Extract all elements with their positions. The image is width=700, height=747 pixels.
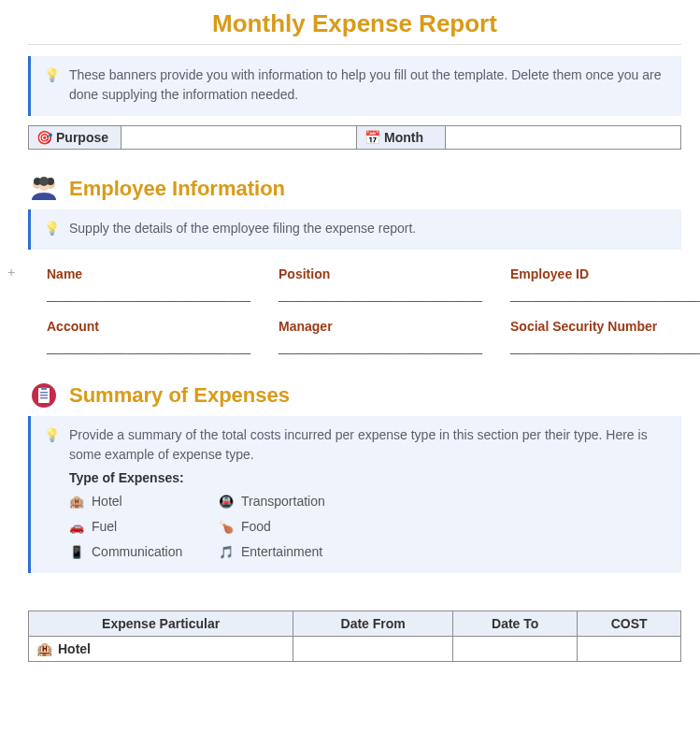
expense-type-icon: 🚗 — [69, 518, 84, 537]
expense-type-label: Fuel — [92, 517, 117, 537]
ssn-field[interactable]: Social Security Number__________________… — [510, 319, 700, 354]
field-underline[interactable]: ____________________________ — [510, 287, 700, 302]
summary-banner-text: Provide a summary of the total costs inc… — [69, 425, 668, 465]
expense-type-icon: 📱 — [69, 543, 84, 562]
info-banner-text: These banners provide you with informati… — [69, 65, 668, 105]
expense-type-item: 🚇Transportation — [219, 492, 406, 511]
field-label: Social Security Number — [510, 319, 700, 334]
expense-type-icon: 🍗 — [219, 518, 234, 537]
account-field[interactable]: Account____________________________ — [47, 319, 250, 354]
date-to-cell[interactable] — [453, 637, 578, 662]
field-underline[interactable]: ____________________________ — [279, 339, 482, 354]
field-label: Employee ID — [510, 266, 700, 281]
lightbulb-icon: 💡 — [44, 425, 60, 445]
title-divider — [28, 44, 681, 45]
calendar-icon: 📅 — [364, 130, 380, 145]
people-icon — [28, 176, 60, 202]
add-row-icon[interactable]: + — [7, 265, 15, 280]
expense-type-label: Transportation — [241, 492, 325, 511]
svg-rect-11 — [41, 387, 47, 390]
employee-id-field[interactable]: Employee ID____________________________ — [510, 266, 700, 302]
expense-type-label: Entertainment — [241, 542, 322, 562]
expense-type-item: 🍗Food — [219, 517, 406, 537]
cost-cell[interactable] — [578, 637, 681, 662]
field-label: Manager — [279, 319, 482, 334]
expense-type-icon: 🚇 — [219, 493, 234, 511]
month-input-cell[interactable] — [445, 126, 680, 150]
employee-fields-grid: Name____________________________Position… — [28, 259, 681, 364]
row-label: Hotel — [58, 641, 91, 656]
date-from-cell[interactable] — [293, 637, 453, 662]
table-header: Date From — [293, 611, 453, 637]
svg-rect-8 — [40, 392, 48, 394]
page-title: Monthly Expense Report — [28, 9, 681, 38]
table-row: 🏨Hotel — [29, 637, 681, 662]
month-label-cell: 📅Month — [357, 126, 446, 150]
expense-particular-cell[interactable]: 🏨Hotel — [29, 637, 293, 662]
svg-point-5 — [39, 177, 49, 186]
name-field[interactable]: Name____________________________ — [47, 266, 250, 302]
field-label: Name — [47, 266, 250, 281]
expense-type-icon: 🎵 — [219, 543, 234, 562]
lightbulb-icon: 💡 — [44, 219, 60, 238]
employee-heading: Employee Information — [69, 177, 285, 201]
table-header: Expense Particular — [29, 611, 293, 637]
lightbulb-icon: 💡 — [44, 65, 60, 85]
table-header: COST — [578, 611, 681, 637]
table-header: Date To — [453, 611, 578, 637]
expense-type-label: Hotel — [92, 492, 122, 511]
expense-type-item: 🎵Entertainment — [219, 542, 406, 562]
position-field[interactable]: Position____________________________ — [279, 266, 482, 302]
svg-rect-10 — [40, 397, 48, 399]
types-of-expenses-title: Type of Expenses: — [69, 468, 668, 488]
employee-section-header: Employee Information — [28, 176, 681, 202]
field-underline[interactable]: ____________________________ — [47, 339, 250, 354]
expense-type-icon: 🏨 — [69, 493, 84, 511]
row-icon: 🏨 — [36, 641, 52, 656]
expense-type-item: 🚗Fuel — [69, 517, 219, 537]
clipboard-icon — [28, 382, 60, 409]
info-banner-employee: 💡 Supply the details of the employee fil… — [28, 209, 681, 250]
purpose-label: Purpose — [56, 130, 108, 145]
expense-type-item: 🏨Hotel — [69, 492, 219, 511]
summary-heading: Summary of Expenses — [69, 383, 290, 408]
expense-types-grid: 🏨Hotel🚇Transportation🚗Fuel🍗Food📱Communic… — [69, 492, 668, 562]
field-underline[interactable]: ____________________________ — [510, 339, 700, 354]
expense-type-label: Communication — [92, 542, 182, 562]
manager-field[interactable]: Manager____________________________ — [279, 319, 482, 354]
info-banner-top: 💡 These banners provide you with informa… — [28, 56, 681, 116]
purpose-input-cell[interactable] — [121, 126, 356, 150]
expense-type-label: Food — [241, 517, 271, 537]
month-label: Month — [384, 130, 423, 145]
purpose-label-cell: 🎯Purpose — [29, 126, 121, 150]
expense-type-item: 📱Communication — [69, 542, 219, 562]
svg-rect-9 — [40, 395, 48, 396]
field-label: Position — [279, 266, 482, 281]
summary-section-header: Summary of Expenses — [28, 382, 681, 409]
employee-banner-text: Supply the details of the employee filin… — [69, 219, 668, 238]
field-label: Account — [47, 319, 250, 334]
target-icon: 🎯 — [36, 130, 52, 145]
info-banner-summary: 💡 Provide a summary of the total costs i… — [28, 416, 681, 573]
purpose-month-table: 🎯Purpose 📅Month — [28, 125, 681, 150]
field-underline[interactable]: ____________________________ — [47, 287, 250, 302]
field-underline[interactable]: ____________________________ — [279, 287, 482, 302]
expenses-table: Expense ParticularDate FromDate ToCOST 🏨… — [28, 611, 681, 662]
